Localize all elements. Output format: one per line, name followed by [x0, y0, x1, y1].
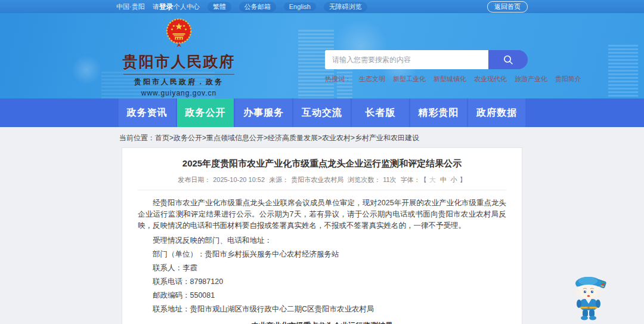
site-banner: 贵阳市人民政府 贵阳市人民政府．政务 www.guiyang.gov.cn 热搜…	[0, 13, 644, 98]
nav-tab-interaction[interactable]: 互动交流	[293, 98, 351, 127]
publish-date: 2025-10-20 10:52	[213, 176, 265, 183]
login-personal-center-link[interactable]: 请登录个人中心	[153, 2, 200, 12]
page-title: 2025年度贵阳市农业产业化市级重点龙头企业运行监测和评定结果公示	[138, 158, 506, 169]
link-china-guiyang[interactable]: 中国·贵阳	[116, 2, 145, 11]
accessibility-link[interactable]: 无障碍浏览	[324, 2, 367, 12]
hot-search-term-ecology[interactable]: 生态文明	[359, 75, 385, 84]
source-label: 来源：	[269, 176, 289, 183]
back-to-home-button[interactable]: 返回首页	[487, 1, 528, 13]
cityscape-silhouette	[608, 45, 638, 98]
font-size-medium-button[interactable]: 中	[440, 176, 447, 183]
article-paragraph: 经贵阳市农业产业化市级重点龙头企业联席会议成员单位审定，现对2025年开展的农业…	[138, 198, 506, 232]
contact-phone-line: 联系电话：87987120	[138, 277, 506, 286]
traditional-chinese-toggle[interactable]: 繁體	[208, 2, 231, 12]
publish-date-label: 发布日期：	[178, 176, 210, 183]
nav-tab-guiyang-highlights[interactable]: 精彩贵阳	[410, 98, 467, 127]
official-mail-link[interactable]: 公务邮箱	[239, 2, 276, 12]
font-size-label: 字体：【	[401, 176, 427, 183]
nav-tab-elderly-version[interactable]: 长者版	[352, 98, 409, 127]
results-table-caption: 农业产业化市级重点龙头企业运行监测结果	[138, 321, 506, 324]
national-emblem-icon	[165, 18, 193, 48]
english-version-link[interactable]: English	[284, 2, 316, 11]
login-bold-text: 登录	[159, 2, 174, 11]
contact-department-line: 部门（单位）：贵阳市乡村振兴服务中心农村经济服务站	[138, 249, 506, 259]
source-value: 贵阳市农业农村局	[291, 176, 343, 183]
nav-tab-government-news[interactable]: 政务资讯	[119, 98, 176, 127]
mascot-figure-icon	[572, 274, 611, 322]
hot-search-term-tourism[interactable]: 旅游产业化	[515, 75, 547, 84]
hot-search-term-intro[interactable]: 贵阳简介	[555, 75, 581, 84]
hot-search-row: 热搜词： 生态文明 新型工业化 新型城镇化 农业现代化 旅游产业化 贵阳简介	[325, 75, 528, 84]
article-panel: 2025年度贵阳市农业产业化市级重点龙头企业运行监测和评定结果公示 发布日期：2…	[122, 147, 522, 324]
font-size-small-button[interactable]: 小	[451, 176, 457, 183]
views-value: 11次	[383, 176, 396, 183]
hot-search-term-industrialization[interactable]: 新型工业化	[393, 75, 426, 84]
contact-postcode-line: 邮政编码：550081	[138, 291, 506, 300]
site-logo[interactable]: 贵阳市人民政府 贵阳市人民政府．政务 www.guiyang.gov.cn	[116, 18, 242, 97]
breadcrumb: 当前位置：首页>政务公开>重点领域信息公开>经济高质量发展>农业农村>乡村产业和…	[119, 133, 525, 143]
top-utility-bar-inner: 中国·贵阳 请登录个人中心 繁體 公务邮箱 English 无障碍浏览 返回首页	[116, 0, 528, 13]
search-icon	[503, 54, 513, 65]
breadcrumb-label: 当前位置：	[119, 134, 155, 142]
site-name: 贵阳市人民政府	[116, 52, 242, 72]
contact-person-line: 联系人：李霞	[138, 263, 506, 273]
hot-search-label: 热搜词：	[325, 75, 351, 84]
search-input[interactable]	[325, 50, 488, 69]
nav-tab-services[interactable]: 办事服务	[235, 98, 292, 127]
hot-search-term-urbanization[interactable]: 新型城镇化	[434, 75, 466, 84]
font-size-label-end: 】	[460, 176, 466, 183]
search-area: 热搜词： 生态文明 新型工业化 新型城镇化 农业现代化 旅游产业化 贵阳简介	[325, 50, 528, 84]
top-utility-bar: 中国·贵阳 请登录个人中心 繁體 公务邮箱 English 无障碍浏览 返回首页	[0, 0, 644, 13]
views-label: 浏览次数：	[348, 176, 380, 183]
search-button[interactable]	[488, 50, 528, 69]
nav-tab-government-disclosure[interactable]: 政务公开	[177, 98, 234, 127]
mascot-assistant-widget[interactable]	[572, 274, 611, 322]
login-suffix: 个人中心	[174, 3, 200, 10]
hot-search-term-agriculture[interactable]: 农业现代化	[474, 75, 507, 84]
contact-intro-line: 受理情况反映的部门、电话和地址：	[138, 236, 506, 245]
nav-tab-government-data[interactable]: 政府数据	[468, 98, 525, 127]
article-meta: 发布日期：2025-10-20 10:52 来源：贵阳市农业农村局 浏览次数：1…	[138, 175, 506, 190]
site-url: www.guiyang.gov.cn	[116, 89, 242, 97]
site-subtitle: 贵阳市人民政府．政务	[123, 74, 234, 87]
breadcrumb-path[interactable]: 首页>政务公开>重点领域信息公开>经济高质量发展>农业农村>乡村产业和农田建设	[155, 134, 419, 142]
font-size-large-button[interactable]: 大	[429, 176, 436, 183]
main-navigation: 政务资讯 政务公开 办事服务 互动交流 长者版 精彩贵阳 政府数据	[0, 98, 644, 127]
contact-address-line: 联系地址：贵阳市观山湖区市级行政中心二期C区贵阳市农业农村局	[138, 304, 506, 314]
login-prefix: 请	[153, 3, 159, 10]
banner-bokeh-decoration	[72, 55, 101, 85]
